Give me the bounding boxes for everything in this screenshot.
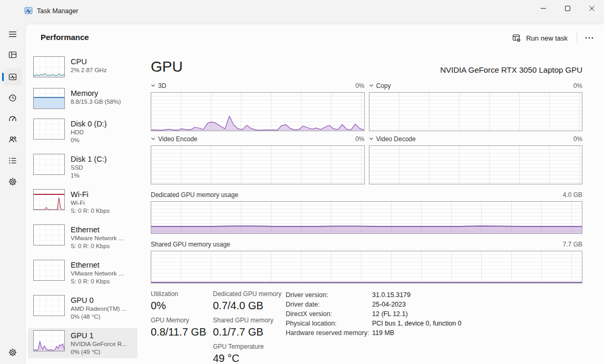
wifi-mini-chart [33, 189, 65, 210]
shared-memory-value: 0.1/7.7 GB [213, 326, 286, 338]
shared-memory-chart [151, 251, 582, 283]
gpu-memory-label: GPU Memory [151, 317, 213, 324]
nav-item-services[interactable] [3, 173, 22, 190]
perf-item-title: GPU 1 [71, 331, 127, 340]
menu-button[interactable] [3, 26, 22, 43]
perf-item-wifi[interactable]: Wi-Fi Wi-Fi S: 0 R: 0 Kbps [28, 187, 138, 217]
content-card: Performance Run new task [25, 24, 604, 364]
shared-memory-label: Shared GPU memory [213, 317, 286, 324]
perf-item-sub: 1% [71, 172, 106, 180]
engine-value: 0% [573, 135, 582, 143]
selected-nav-indicator [2, 73, 4, 81]
directx-version-label: DirectX version: [286, 309, 372, 319]
gpu-temperature-label: GPU Temperature [213, 343, 286, 350]
engine-value: 0% [573, 82, 582, 90]
minimize-icon [540, 5, 547, 12]
gpu-panel-title: GPU [151, 58, 183, 76]
perf-item-title: CPU [71, 57, 106, 66]
dedicated-memory-chart [151, 201, 582, 234]
maximize-button[interactable] [556, 0, 580, 17]
utilization-label: Utilization [151, 290, 213, 298]
perf-item-sub: S: 0 R: 0 Kbps [71, 242, 123, 250]
engine-value: 0% [355, 82, 364, 90]
nav-item-users[interactable] [3, 131, 22, 148]
perf-item-sub: AMD Radeon(TM) ... [71, 305, 126, 313]
settings-gear-icon [8, 348, 17, 357]
performance-list: CPU 2% 2.87 GHz Memory 8.8/15.3 GB (58%)… [28, 54, 138, 363]
perf-item-cpu[interactable]: CPU 2% 2.87 GHz [28, 54, 138, 80]
perf-item-title: Disk 0 (D:) [71, 119, 106, 129]
page-title: Performance [41, 33, 89, 42]
services-icon [8, 177, 17, 186]
perf-item-title: GPU 0 [71, 296, 126, 305]
users-icon [8, 135, 17, 144]
ellipsis-icon [585, 37, 593, 39]
nav-item-app-history[interactable] [3, 90, 22, 106]
run-new-task-label: Run new task [526, 34, 568, 42]
nav-item-startup-apps[interactable] [3, 111, 22, 127]
perf-item-ethernet-2[interactable]: Ethernet VMware Network ... S: 0 R: 0 Kb… [28, 258, 138, 288]
disk0-mini-chart [33, 119, 65, 140]
engine-header-video-decode[interactable]: Video Decode 0% [369, 134, 583, 143]
directx-version-value: 12 (FL 12.1) [372, 309, 462, 319]
engine-label: Copy [376, 82, 391, 90]
run-new-task-button[interactable]: Run new task [507, 30, 573, 46]
memory-mini-chart [33, 88, 65, 109]
more-options-button[interactable] [581, 30, 598, 46]
gpu-copy-chart [369, 92, 583, 131]
nav-item-details[interactable] [3, 152, 22, 169]
perf-item-disk1[interactable]: Disk 1 (C:) SSD 1% [28, 152, 138, 182]
dedicated-memory-chart-max: 4.0 GB [563, 191, 582, 199]
perf-item-sub: Wi-Fi [71, 199, 110, 207]
driver-version-label: Driver version: [286, 290, 372, 300]
physical-location-label: Physical location: [286, 319, 372, 328]
close-icon [589, 5, 595, 12]
startup-icon [8, 114, 17, 124]
perf-item-sub: HDD [71, 129, 106, 136]
disk1-mini-chart [33, 154, 65, 175]
engine-header-copy[interactable]: Copy 0% [369, 81, 583, 90]
engine-header-3d[interactable]: 3D 0% [151, 81, 365, 90]
gpu-temperature-value: 49 °C [213, 352, 286, 364]
nav-item-processes[interactable] [3, 46, 22, 63]
performance-icon [8, 72, 17, 82]
task-manager-app-icon [24, 6, 33, 15]
dedicated-memory-label: Dedicated GPU memory [213, 290, 286, 298]
gpu-device-name: NVIDIA GeForce RTX 3050 Laptop GPU [440, 65, 582, 76]
driver-version-value: 31.0.15.3179 [372, 290, 462, 300]
perf-item-ethernet-1[interactable]: Ethernet VMware Network ... S: 0 R: 0 Kb… [28, 222, 138, 252]
hardware-reserved-memory-label: Hardware reserved memory: [286, 328, 372, 338]
perf-item-sub: 8.8/15.3 GB (58%) [71, 98, 121, 106]
perf-item-disk0[interactable]: Disk 0 (D:) HDD 0% [28, 116, 138, 146]
processes-icon [8, 50, 17, 60]
nav-rail [0, 24, 25, 364]
perf-item-memory[interactable]: Memory 8.8/15.3 GB (58%) [28, 86, 138, 111]
close-button[interactable] [580, 0, 604, 17]
driver-details: Driver version: Driver date: DirectX ver… [286, 290, 462, 364]
physical-location-value: PCI bus 1, device 0, function 0 [372, 319, 462, 328]
gpu-video-decode-chart [369, 145, 583, 184]
shared-memory-chart-max: 7.7 GB [563, 241, 582, 248]
driver-date-value: 25-04-2023 [372, 300, 462, 309]
gpu-stats: Utilization 0% GPU Memory 0.8/11.7 GB De… [151, 290, 582, 364]
perf-item-title: Ethernet [71, 260, 123, 270]
nav-item-performance[interactable] [3, 68, 22, 85]
perf-item-sub: S: 0 R: 0 Kbps [71, 207, 110, 215]
perf-item-sub: 0% (49 °C) [71, 348, 127, 356]
minimize-button[interactable] [531, 0, 556, 17]
perf-item-title: Disk 1 (C:) [71, 154, 106, 164]
perf-item-title: Ethernet [71, 225, 123, 234]
title-bar: Task Manager [0, 0, 604, 24]
gpu1-mini-chart [33, 330, 65, 351]
perf-item-sub: 0% (48 °C) [71, 313, 126, 321]
perf-item-gpu1[interactable]: GPU 1 NVIDIA GeForce R... 0% (49 °C) [28, 328, 138, 358]
perf-item-sub: SSD [71, 164, 106, 172]
details-icon [8, 156, 17, 165]
gpu-3d-chart [151, 92, 365, 131]
perf-item-gpu0[interactable]: GPU 0 AMD Radeon(TM) ... 0% (48 °C) [28, 293, 138, 323]
engine-header-video-encode[interactable]: Video Encode 0% [151, 134, 365, 143]
nav-item-settings[interactable] [3, 344, 22, 361]
engine-value: 0% [355, 135, 364, 143]
menu-icon [8, 29, 17, 39]
perf-item-title: Memory [71, 88, 121, 98]
